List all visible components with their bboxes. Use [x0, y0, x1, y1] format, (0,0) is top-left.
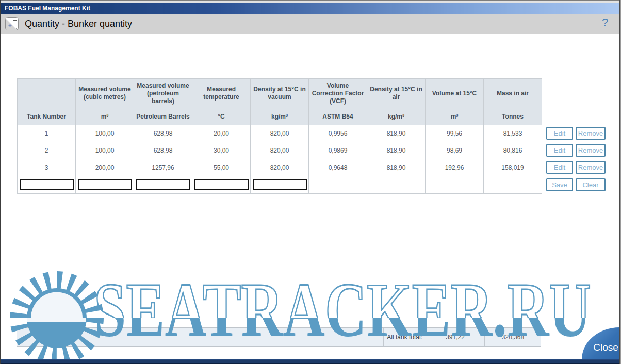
table-cell: 81,533	[484, 125, 542, 142]
column-unit-header: kg/m³	[251, 108, 309, 125]
column-unit-header: Tonnes	[484, 108, 542, 125]
column-unit-header: m³	[426, 108, 484, 125]
window-titlebar: FOBAS Fuel Management Kit	[1, 3, 619, 14]
column-unit-header: kg/m³	[367, 108, 426, 125]
table-cell: 200,00	[76, 159, 134, 176]
column-unit-header: m³	[76, 108, 134, 125]
remove-button-row-1[interactable]: Remove	[576, 127, 606, 140]
window-frame-left	[0, 0, 1, 364]
totals-label: All tank total:	[383, 328, 426, 346]
column-group-header: Measured temperature	[192, 79, 251, 108]
table-cell: 98,69	[426, 142, 484, 159]
table-cell: 3	[18, 159, 76, 176]
table-cell: 0,9648	[309, 159, 367, 176]
table-cell: 2	[18, 142, 76, 159]
new-density-vacuum-input[interactable]	[253, 179, 307, 190]
clear-button[interactable]: Clear	[576, 178, 606, 191]
table-cell: 99,56	[426, 125, 484, 142]
column-group-header: Mass in air	[484, 79, 542, 108]
window-frame-top	[0, 0, 621, 3]
column-group-header: Density at 15°C in vacuum	[251, 79, 309, 108]
column-unit-header: Petroleum Barrels	[134, 108, 192, 125]
table-cell: 820,00	[251, 159, 309, 176]
quantity-icon	[5, 17, 19, 30]
column-unit-header: Tank Number	[18, 108, 76, 125]
table-cell: 80,816	[484, 142, 542, 159]
column-group-header: Measured volume (cubic metres)	[76, 79, 134, 108]
table-cell	[484, 176, 542, 194]
save-button[interactable]: Save	[546, 178, 573, 191]
table-cell: 818,90	[367, 159, 426, 176]
window-frame-right	[619, 0, 621, 364]
column-group-header: Volume at 15°C	[426, 79, 484, 108]
column-group-header: Measured volume (petroleum barrels)	[134, 79, 192, 108]
help-button[interactable]: ?	[598, 16, 612, 31]
column-group-header: Density at 15°C in air	[367, 79, 426, 108]
table-cell	[426, 176, 484, 194]
app-window: FOBAS Fuel Management Kit Quantity - Bun…	[0, 0, 621, 364]
edit-button-row-3[interactable]: Edit	[546, 161, 573, 174]
new-tank-number-input[interactable]	[20, 179, 74, 190]
remove-button-row-2[interactable]: Remove	[576, 144, 606, 157]
column-unit-header: °C	[192, 108, 251, 125]
table-cell	[309, 176, 367, 194]
table-cell: 55,00	[192, 159, 251, 176]
table-cell: 0,9956	[309, 125, 367, 142]
table-cell	[367, 176, 426, 194]
page-title: Quantity - Bunker quantity	[25, 14, 132, 34]
table-cell: 1257,96	[134, 159, 192, 176]
window-frame-bottom	[0, 359, 621, 364]
table-cell: 20,00	[192, 125, 251, 142]
bunker-quantity-table: Measured volume (cubic metres) Measured …	[17, 78, 542, 194]
new-volume-barrels-input[interactable]	[136, 179, 190, 190]
content-area: Measured volume (cubic metres) Measured …	[1, 34, 619, 359]
table-cell: 158,019	[484, 159, 542, 176]
edit-button-row-2[interactable]: Edit	[546, 144, 573, 157]
totals-row: All tank total: 391,22 320,368	[17, 327, 541, 347]
edit-button-row-1[interactable]: Edit	[546, 127, 573, 140]
table-cell: 818,90	[367, 142, 426, 159]
table-cell: 1	[18, 125, 76, 142]
totals-volume-at-15c: 391,22	[426, 328, 484, 346]
table-cell: 0,9869	[309, 142, 367, 159]
table-cell: 820,00	[251, 125, 309, 142]
table-cell: 818,90	[367, 125, 426, 142]
table-cell: 628,98	[134, 125, 192, 142]
new-volume-m3-input[interactable]	[78, 179, 132, 190]
column-unit-header: ASTM B54	[309, 108, 367, 125]
table-cell: 192,96	[426, 159, 484, 176]
column-group-header: Volume Correction Factor (VCF)	[309, 79, 367, 108]
column-group-header	[18, 79, 76, 108]
table-cell: 820,00	[251, 142, 309, 159]
remove-button-row-3[interactable]: Remove	[576, 161, 606, 174]
table-cell: 628,98	[134, 142, 192, 159]
table-cell: 100,00	[76, 142, 134, 159]
table-cell: 100,00	[76, 125, 134, 142]
new-temperature-input[interactable]	[194, 179, 249, 190]
totals-mass-in-air: 320,368	[484, 328, 541, 346]
table-cell: 30,00	[192, 142, 251, 159]
window-title: FOBAS Fuel Management Kit	[5, 5, 90, 12]
